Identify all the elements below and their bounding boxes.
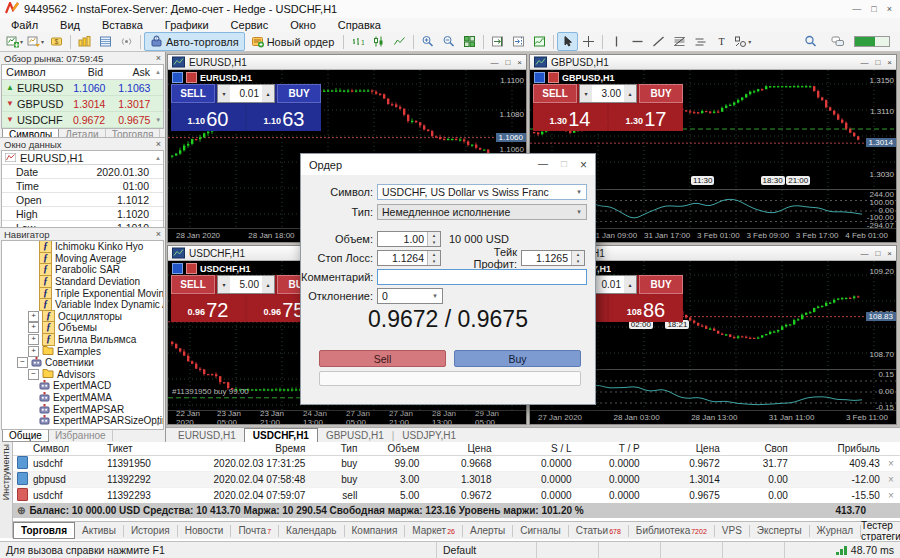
buy-button[interactable]: Buy bbox=[454, 350, 581, 367]
column-header-8[interactable]: T / P bbox=[576, 442, 644, 456]
menu-item-insert[interactable]: Вставка bbox=[91, 19, 154, 31]
column-header-7[interactable]: S / L bbox=[496, 442, 576, 456]
chart-window-titlebar[interactable]: GBPUSD,H1—□× bbox=[530, 55, 896, 70]
chart-close-button[interactable]: × bbox=[517, 58, 522, 67]
window-minimize-button[interactable]: — bbox=[852, 4, 861, 14]
market-watch-tab-4[interactable]: Тики bbox=[160, 129, 165, 138]
spin-up-icon[interactable]: ▴ bbox=[624, 85, 636, 102]
line-chart-icon[interactable] bbox=[389, 32, 410, 51]
toolbox-tab-15[interactable]: Журнал bbox=[810, 525, 862, 537]
toolbox-tab-2[interactable]: Активы bbox=[75, 525, 124, 537]
dialog-title-bar[interactable]: Ордер — □ × bbox=[301, 154, 595, 175]
expand-toggle-icon[interactable]: − bbox=[28, 369, 39, 380]
profiles-icon[interactable]: ▾ bbox=[25, 32, 46, 51]
spin-up-icon[interactable]: ▴ bbox=[624, 276, 636, 293]
tree-item[interactable]: ƒParabolic SAR bbox=[2, 264, 163, 276]
fibonacci-icon[interactable] bbox=[669, 32, 690, 51]
toolbox-tab-12[interactable]: Библиотека7202 bbox=[629, 525, 715, 537]
column-header-4[interactable]: Тип bbox=[309, 442, 361, 456]
trend-line-icon[interactable] bbox=[648, 32, 669, 51]
chat-icon[interactable] bbox=[827, 32, 848, 51]
zoom-out-icon[interactable] bbox=[438, 32, 459, 51]
spin-down-icon[interactable]: ▾ bbox=[572, 258, 584, 265]
spin-up-icon[interactable]: ▴ bbox=[262, 85, 274, 102]
spin-up-icon[interactable]: ▴ bbox=[262, 276, 274, 293]
chart-tab-usdchf-h1[interactable]: USDCHF,H1 bbox=[244, 428, 318, 443]
text-icon[interactable]: T bbox=[711, 32, 732, 51]
column-header-9[interactable]: Цена bbox=[644, 442, 724, 456]
one-click-buy-button[interactable]: BUY bbox=[277, 84, 321, 103]
scroll-down-icon[interactable]: ▼ bbox=[153, 117, 163, 123]
toolbox-tab-13[interactable]: VPS bbox=[715, 525, 750, 537]
search-icon[interactable] bbox=[800, 32, 821, 51]
one-click-sell-button[interactable]: SELL bbox=[171, 275, 215, 294]
toolbox-tab-10[interactable]: Сигналы bbox=[513, 525, 569, 537]
spin-up-icon[interactable]: ▴ bbox=[428, 232, 440, 239]
market-watch-tab-1[interactable]: Символы bbox=[2, 129, 59, 138]
toolbox-tab-4[interactable]: Новости bbox=[178, 525, 232, 537]
toolbox-side-tab[interactable]: Инструменты bbox=[0, 442, 13, 538]
shapes-icon[interactable]: ▾ bbox=[732, 32, 753, 51]
tree-item[interactable]: +ƒОбъемы bbox=[2, 322, 163, 334]
menu-item-window[interactable]: Окно bbox=[279, 19, 327, 31]
chart-minimize-button[interactable]: — bbox=[490, 58, 498, 67]
toolbox-tab-5[interactable]: Почта7 bbox=[231, 525, 279, 537]
column-header-6[interactable]: Цена bbox=[423, 442, 495, 456]
strategy-tester-label[interactable]: Тестер стратегий bbox=[861, 520, 900, 542]
vertical-line-icon[interactable] bbox=[606, 32, 627, 51]
candlestick-icon[interactable] bbox=[368, 32, 389, 51]
tree-item[interactable]: ƒIchimoku Kinko Hyo bbox=[2, 241, 163, 253]
chart-minimize-button[interactable]: — bbox=[860, 58, 868, 67]
tree-item[interactable]: ExpertMAPSARSizeOptim bbox=[2, 415, 163, 427]
window-maximize-button[interactable]: □ bbox=[871, 4, 876, 14]
toolbox-tab-8[interactable]: Маркет26 bbox=[405, 525, 463, 537]
toolbox-tab-14[interactable]: Эксперты bbox=[750, 525, 810, 537]
spin-up-icon[interactable]: ▴ bbox=[428, 251, 440, 258]
tree-item[interactable]: +Examples bbox=[2, 345, 163, 357]
column-header-10[interactable]: Своп bbox=[724, 442, 792, 456]
chart-tab-usdjpy-h1[interactable]: USDJPY,H1 bbox=[394, 430, 464, 441]
comment-input[interactable] bbox=[377, 269, 587, 285]
toolbox-tab-6[interactable]: Календарь bbox=[279, 525, 344, 537]
market-watch-tab-2[interactable]: Детали bbox=[59, 129, 105, 138]
window-close-button[interactable]: × bbox=[887, 4, 892, 14]
new-order-button[interactable]: Новый ордер bbox=[245, 32, 341, 51]
signals-icon[interactable] bbox=[116, 32, 137, 51]
tree-item[interactable]: −Советники bbox=[2, 357, 163, 369]
menu-item-service[interactable]: Сервис bbox=[220, 19, 280, 31]
chart-shift-icon[interactable] bbox=[508, 32, 529, 51]
spin-down-icon[interactable]: ▾ bbox=[218, 85, 230, 102]
close-icon[interactable]: × bbox=[156, 53, 161, 63]
tree-item[interactable]: ExpertMACD bbox=[2, 380, 163, 392]
one-click-buy-button[interactable]: BUY bbox=[639, 84, 683, 103]
toolbox-tab-9[interactable]: Алерты bbox=[463, 525, 513, 537]
navigator-tab-2[interactable]: Избранное bbox=[49, 430, 113, 441]
dialog-close-icon[interactable]: × bbox=[580, 158, 587, 172]
tree-item[interactable]: −Advisors bbox=[2, 369, 163, 381]
market-watch-row[interactable]: ▼GBPUSD1.30141.3017 bbox=[2, 96, 163, 112]
toolbox-tab-7[interactable]: Компания bbox=[345, 525, 406, 537]
chart-tab-eurusd-h1[interactable]: EURUSD,H1 bbox=[170, 430, 244, 441]
tree-item[interactable]: ƒMoving Average bbox=[2, 253, 163, 265]
tree-item[interactable]: ƒTriple Exponential Movin bbox=[2, 287, 163, 299]
chart-restore-button[interactable]: □ bbox=[875, 249, 880, 258]
zoom-in-icon[interactable] bbox=[417, 32, 438, 51]
status-connection[interactable]: 48.70 ms bbox=[785, 542, 900, 558]
new-chart-icon[interactable]: ▾ bbox=[4, 32, 25, 51]
volume-stepper[interactable]: ▾0.01▴ bbox=[217, 84, 275, 103]
balance-expand-icon[interactable]: ⊕ bbox=[17, 505, 25, 516]
accounts-icon[interactable]: $ bbox=[46, 32, 67, 51]
table-row[interactable]: usdchf113919502020.02.03 17:31:25buy99.0… bbox=[13, 456, 900, 472]
status-profile[interactable]: Default bbox=[437, 542, 537, 558]
expand-toggle-icon[interactable]: + bbox=[28, 334, 39, 345]
menu-item-file[interactable]: Файл bbox=[0, 19, 49, 31]
column-header-1[interactable]: Символ bbox=[29, 442, 103, 456]
auto-scroll-icon[interactable] bbox=[487, 32, 508, 51]
close-position-icon[interactable]: × bbox=[884, 472, 900, 488]
volume-stepper[interactable]: ▾5.00▴ bbox=[217, 275, 275, 294]
close-position-icon[interactable]: × bbox=[884, 488, 900, 504]
spin-down-icon[interactable]: ▾ bbox=[428, 239, 440, 246]
deviation-select[interactable]: 0 ▾ bbox=[377, 288, 443, 304]
market-watch-row[interactable]: ▼USDCHF0.96720.9675▼ bbox=[2, 112, 163, 128]
column-header-2[interactable]: Тикет bbox=[103, 442, 175, 456]
